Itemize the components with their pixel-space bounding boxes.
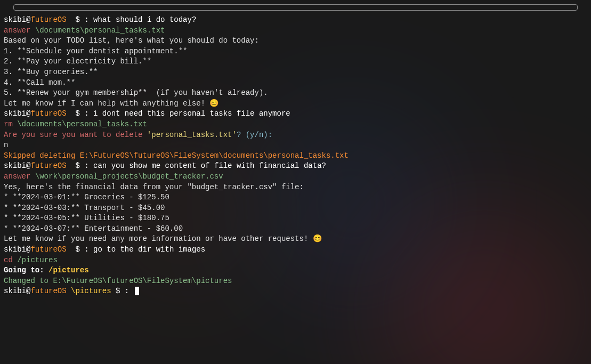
response-line: Let me know if you need any more informa… xyxy=(4,234,588,245)
user-input-1: what should i do today? xyxy=(93,15,196,24)
cmd-path: \documents\personal_tasks.txt xyxy=(35,26,165,35)
cmd-name: answer xyxy=(4,172,35,181)
top-input-border xyxy=(13,4,578,11)
prompt-sep: $ : xyxy=(111,287,134,295)
going-pre: Going to: xyxy=(4,266,48,274)
confirm-suf: ? (y/n): xyxy=(237,131,272,139)
response-line: Yes, here's the financial data from your… xyxy=(4,182,588,193)
prompt-sep: $ : xyxy=(67,161,93,170)
prompt-line-1: skibi@futureOS $ : what should i do toda… xyxy=(4,15,588,26)
response-line: 4. **Call mom.** xyxy=(4,78,588,88)
prompt-user: skibi@ xyxy=(4,15,30,24)
going-to-line: Going to: /pictures xyxy=(4,265,588,276)
prompt-user: skibi@ xyxy=(4,245,30,254)
prompt-sep: $ : xyxy=(67,15,93,24)
terminal-output[interactable]: skibi@futureOS $ : what should i do toda… xyxy=(3,15,588,297)
response-line: 3. **Buy groceries.** xyxy=(4,67,588,78)
prompt-user: skibi@ xyxy=(4,161,30,170)
going-path: /pictures xyxy=(48,266,89,274)
confirm-pre: Are you sure you want to delete xyxy=(4,131,147,139)
cmd-line-2: rm \documents\personal_tasks.txt xyxy=(4,119,588,130)
cmd-name: cd xyxy=(4,256,17,264)
skipped-line: Skipped deleting E:\FutureOS\futureOS\Fi… xyxy=(4,151,588,161)
cmd-name: rm xyxy=(4,120,17,128)
prompt-host: futureOS xyxy=(30,109,66,118)
cmd-line-1: answer \documents\personal_tasks.txt xyxy=(4,26,588,36)
prompt-user: skibi@ xyxy=(4,109,30,118)
user-input-3: can you show me content of file with fin… xyxy=(93,161,326,170)
prompt-host: futureOS xyxy=(30,287,66,295)
prompt-user: skibi@ xyxy=(4,287,30,295)
prompt-host: futureOS xyxy=(30,15,66,24)
cmd-name: answer xyxy=(4,26,35,35)
prompt-host: futureOS xyxy=(30,245,66,254)
response-line: * **2024-03-05:** Utilities - $180.75 xyxy=(4,213,588,224)
response-line: Let me know if I can help with anything … xyxy=(4,99,588,109)
prompt-line-4: skibi@futureOS $ : go to the dir with im… xyxy=(4,245,588,255)
prompt-sep: $ : xyxy=(67,109,93,118)
cmd-line-3: answer \work\personal_projects\budget_tr… xyxy=(4,172,588,182)
prompt-line-active[interactable]: skibi@futureOS \pictures $ : xyxy=(4,286,588,297)
cursor-icon xyxy=(135,287,139,295)
cmd-path: \documents\personal_tasks.txt xyxy=(17,120,147,128)
response-line: * **2024-03-07:** Entertainment - $60.00 xyxy=(4,224,588,234)
prompt-line-3: skibi@futureOS $ : can you show me conte… xyxy=(4,161,588,172)
response-line: * **2024-03-03:** Transport - $45.00 xyxy=(4,203,588,214)
prompt-host: futureOS xyxy=(30,161,66,170)
response-line: 2. **Pay your electricity bill.** xyxy=(4,56,588,67)
user-input-4: go to the dir with images xyxy=(93,245,205,254)
confirm-line: Are you sure you want to delete 'persona… xyxy=(4,130,588,141)
cmd-line-4: cd /pictures xyxy=(4,255,588,266)
response-line: 5. **Renew your gym membership** (if you… xyxy=(4,88,588,99)
prompt-sep: $ : xyxy=(67,245,93,254)
cmd-path: /pictures xyxy=(17,256,58,264)
changed-line: Changed to E:\FutureOS\futureOS\FileSyst… xyxy=(4,276,588,287)
response-line: 1. **Schedule your dentist appointment.*… xyxy=(4,46,588,57)
prompt-line-2: skibi@futureOS $ : i dont need this pers… xyxy=(4,109,588,119)
response-line: Based on your TODO list, here's what you… xyxy=(4,36,588,46)
prompt-cwd: \pictures xyxy=(67,287,111,295)
confirm-answer: n xyxy=(4,140,588,151)
user-input-2: i dont need this personal tasks file any… xyxy=(93,109,290,118)
response-line: * **2024-03-01:** Groceries - $125.50 xyxy=(4,192,588,203)
cmd-path: \work\personal_projects\budget_tracker.c… xyxy=(35,172,223,181)
confirm-file: 'personal_tasks.txt' xyxy=(147,131,237,139)
